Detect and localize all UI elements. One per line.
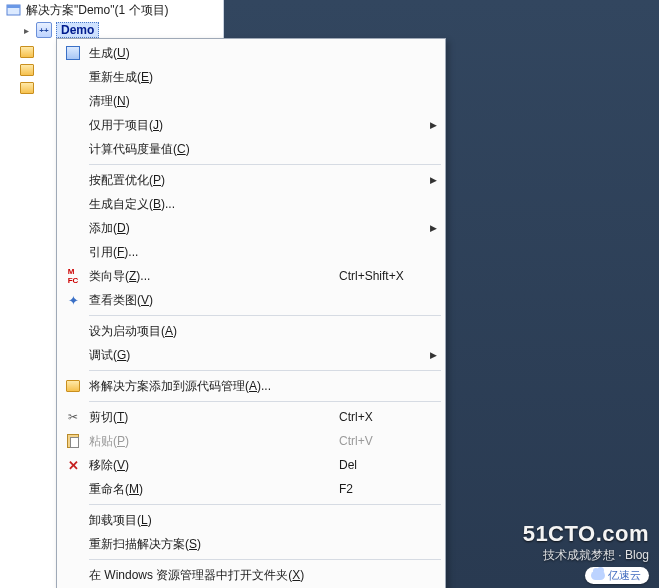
shortcut: Del — [339, 458, 429, 472]
menu-label: 清理(N) — [87, 93, 429, 110]
shortcut: Ctrl+Shift+X — [339, 269, 429, 283]
solution-node[interactable]: 解决方案"Demo"(1 个项目) — [0, 0, 223, 20]
badge-text: 亿速云 — [608, 568, 641, 583]
solution-label: 解决方案"Demo"(1 个项目) — [26, 2, 169, 19]
separator — [89, 315, 441, 316]
menu-label: 将解决方案添加到源代码管理(A)... — [87, 378, 429, 395]
menu-rename[interactable]: 重命名(M) F2 — [59, 477, 443, 501]
folder-icon[interactable] — [20, 82, 34, 94]
menu-paste: 粘贴(P) Ctrl+V — [59, 429, 443, 453]
project-icon: ++ — [36, 22, 52, 38]
class-diagram-icon: ✦ — [59, 293, 87, 308]
separator — [89, 401, 441, 402]
shortcut: Ctrl+X — [339, 410, 429, 424]
separator — [89, 370, 441, 371]
folder-icon[interactable] — [20, 64, 34, 76]
menu-label: 设为启动项目(A) — [87, 323, 429, 340]
menu-label: 仅用于项目(J) — [87, 117, 429, 134]
shortcut: Ctrl+V — [339, 434, 429, 448]
menu-label: 计算代码度量值(C) — [87, 141, 429, 158]
menu-project-only[interactable]: 仅用于项目(J) — [59, 113, 443, 137]
delete-icon: ✕ — [59, 458, 87, 473]
menu-remove[interactable]: ✕ 移除(V) Del — [59, 453, 443, 477]
menu-references[interactable]: 引用(F)... — [59, 240, 443, 264]
shortcut: F2 — [339, 482, 429, 496]
separator — [89, 164, 441, 165]
project-context-menu: 生成(U) 重新生成(E) 清理(N) 仅用于项目(J) 计算代码度量值(C) … — [56, 38, 446, 588]
svg-rect-1 — [7, 5, 20, 8]
watermark-main: 51CTO.com — [523, 521, 649, 547]
menu-label: 调试(G) — [87, 347, 429, 364]
menu-set-startup[interactable]: 设为启动项目(A) — [59, 319, 443, 343]
folder-icon — [59, 380, 87, 392]
menu-label: 重命名(M) — [87, 481, 339, 498]
menu-open-in-explorer[interactable]: 在 Windows 资源管理器中打开文件夹(X) — [59, 563, 443, 587]
menu-clean[interactable]: 清理(N) — [59, 89, 443, 113]
menu-label: 重新生成(E) — [87, 69, 429, 86]
tree-expand-icon[interactable]: ▸ — [20, 25, 32, 36]
build-icon — [59, 46, 87, 60]
menu-build-customizations[interactable]: 生成自定义(B)... — [59, 192, 443, 216]
menu-class-wizard[interactable]: MFC 类向导(Z)... Ctrl+Shift+X — [59, 264, 443, 288]
cloud-icon — [591, 571, 605, 580]
menu-debug[interactable]: 调试(G) — [59, 343, 443, 367]
menu-cut[interactable]: ✂ 剪切(T) Ctrl+X — [59, 405, 443, 429]
menu-view-class-diagram[interactable]: ✦ 查看类图(V) — [59, 288, 443, 312]
separator — [89, 559, 441, 560]
menu-label: 引用(F)... — [87, 244, 429, 261]
menu-label: 按配置优化(P) — [87, 172, 429, 189]
menu-code-metrics[interactable]: 计算代码度量值(C) — [59, 137, 443, 161]
mfc-icon: MFC — [59, 267, 87, 285]
menu-unload-project[interactable]: 卸载项目(L) — [59, 508, 443, 532]
menu-pgo[interactable]: 按配置优化(P) — [59, 168, 443, 192]
cut-icon: ✂ — [59, 410, 87, 424]
project-children — [20, 46, 34, 94]
project-node[interactable]: ▸ ++ Demo — [0, 20, 223, 40]
menu-label: 生成(U) — [87, 45, 429, 62]
menu-label: 添加(D) — [87, 220, 429, 237]
menu-label: 类向导(Z)... — [87, 268, 339, 285]
watermark-badge: 亿速云 — [585, 567, 649, 584]
separator — [89, 504, 441, 505]
watermark-sub: 技术成就梦想 · Blog — [523, 547, 649, 564]
menu-label: 剪切(T) — [87, 409, 339, 426]
folder-icon[interactable] — [20, 46, 34, 58]
menu-add-source-control[interactable]: 将解决方案添加到源代码管理(A)... — [59, 374, 443, 398]
menu-rescan-solution[interactable]: 重新扫描解决方案(S) — [59, 532, 443, 556]
menu-label: 生成自定义(B)... — [87, 196, 429, 213]
menu-label: 粘贴(P) — [87, 433, 339, 450]
menu-label: 在 Windows 资源管理器中打开文件夹(X) — [87, 567, 429, 584]
project-label: Demo — [56, 22, 99, 38]
menu-label: 重新扫描解决方案(S) — [87, 536, 429, 553]
paste-icon — [59, 434, 87, 448]
menu-rebuild[interactable]: 重新生成(E) — [59, 65, 443, 89]
menu-build[interactable]: 生成(U) — [59, 41, 443, 65]
solution-icon — [6, 2, 22, 18]
watermark: 51CTO.com 技术成就梦想 · Blog — [523, 521, 649, 564]
menu-label: 卸载项目(L) — [87, 512, 429, 529]
menu-label: 查看类图(V) — [87, 292, 429, 309]
menu-add[interactable]: 添加(D) — [59, 216, 443, 240]
menu-label: 移除(V) — [87, 457, 339, 474]
